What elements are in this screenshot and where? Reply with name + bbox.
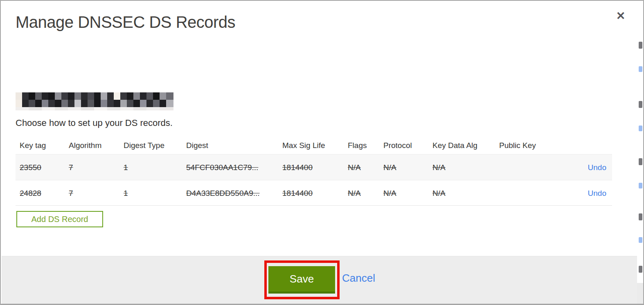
background-page-strip: [637, 1, 643, 304]
dnssec-ds-records-dialog: Manage DNSSEC DS Records ✕: [0, 0, 644, 305]
column-header-protocol: Protocol: [379, 136, 428, 155]
cell-key-tag: 23550: [16, 155, 65, 180]
background-page-fragment: [639, 126, 642, 131]
background-page-fragment: [639, 266, 642, 273]
close-icon[interactable]: ✕: [614, 9, 628, 23]
cell-public-key: [495, 155, 577, 180]
cell-flags: N/A: [344, 180, 379, 205]
column-header-max-sig-life: Max Sig Life: [278, 136, 344, 155]
cell-max-sig-life: 1814400: [278, 180, 344, 205]
dialog-title: Manage DNSSEC DS Records: [16, 13, 235, 31]
instruction-text: Choose how to set up your DS records.: [16, 118, 173, 128]
cell-protocol: N/A: [379, 155, 428, 180]
cell-public-key: [495, 180, 577, 205]
cell-max-sig-life: 1814400: [278, 155, 344, 180]
cell-digest: 54FCF030AA1C79...: [182, 155, 278, 180]
cell-digest-type: 1: [119, 180, 182, 205]
cell-digest-type: 1: [119, 155, 182, 180]
cell-algorithm: 7: [65, 180, 119, 205]
save-button[interactable]: Save: [268, 266, 335, 294]
background-page-fragment: [639, 237, 642, 243]
background-page-fragment: [639, 183, 642, 188]
table-row: 23550 7 1 54FCF030AA1C79... 1814400 N/A …: [16, 154, 612, 180]
ds-records-table: Key tag Algorithm Digest Type Digest Max…: [16, 136, 612, 206]
redacted-domain-name: [16, 92, 173, 110]
undo-link[interactable]: Undo: [588, 163, 606, 172]
cell-protocol: N/A: [379, 180, 428, 205]
table-header-row: Key tag Algorithm Digest Type Digest Max…: [16, 136, 612, 154]
column-header-key-data-alg: Key Data Alg: [428, 136, 495, 155]
background-page-fragment: [637, 283, 643, 304]
cell-actions: Undo: [577, 180, 612, 205]
add-ds-record-button[interactable]: Add DS Record: [16, 211, 103, 227]
column-header-actions: [577, 136, 612, 155]
cell-digest: D4A33E8DD550A9...: [182, 180, 278, 205]
cell-algorithm: 7: [65, 155, 119, 180]
cancel-link[interactable]: Cancel: [342, 272, 375, 285]
redaction-mosaic: [16, 92, 173, 110]
background-page-fragment: [639, 66, 642, 72]
column-header-key-tag: Key tag: [16, 136, 65, 155]
column-header-digest-type: Digest Type: [119, 136, 182, 155]
background-page-fragment: [639, 158, 642, 165]
cell-key-data-alg: N/A: [428, 180, 495, 205]
background-page-fragment: [639, 101, 642, 108]
cell-key-tag: 24828: [16, 180, 65, 205]
background-page-fragment: [639, 213, 642, 220]
column-header-public-key: Public Key: [495, 136, 577, 155]
cell-flags: N/A: [344, 155, 379, 180]
background-page-fragment: [639, 42, 642, 49]
column-header-algorithm: Algorithm: [65, 136, 119, 155]
cell-key-data-alg: N/A: [428, 155, 495, 180]
column-header-digest: Digest: [182, 136, 278, 155]
table-row: 24828 7 1 D4A33E8DD550A9... 1814400 N/A …: [16, 180, 612, 206]
column-header-flags: Flags: [344, 136, 379, 155]
undo-link[interactable]: Undo: [588, 189, 606, 197]
cell-actions: Undo: [577, 155, 612, 180]
modal-panel: Manage DNSSEC DS Records ✕: [1, 1, 637, 304]
